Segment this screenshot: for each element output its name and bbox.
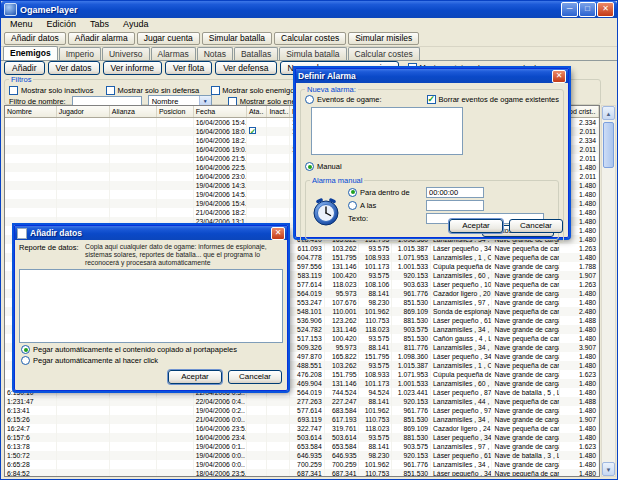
- table-row[interactable]: 6:13:4119/04/2006 0:2..577.614683.584101…: [5, 406, 599, 415]
- manual-radio[interactable]: Manual: [305, 162, 342, 171]
- filter-only-inactive[interactable]: Mostrar solo inactivos: [9, 86, 94, 95]
- column-header-ata[interactable]: Ata..: [246, 106, 266, 118]
- tab-imperio[interactable]: Imperio: [59, 47, 101, 60]
- paste-click-radio[interactable]: Pegar automáticamente al hacer click: [21, 356, 287, 365]
- app-window: OgamePlayer ─ □ ✕ MenuEdiciónTabsAyuda A…: [0, 0, 618, 480]
- table-row[interactable]: 6:15:2621/04/2006 0:0..693.119617.193110…: [5, 415, 599, 424]
- dialog-title: Definir Alarma: [298, 71, 552, 81]
- within-radio[interactable]: Para dentro de: [348, 188, 422, 197]
- add-data-dialog: Añadir datos ✕ Reporte de datos: Copia a…: [14, 225, 288, 391]
- scrollbar-thumb[interactable]: [603, 122, 614, 168]
- checkbox-checked-icon: [427, 95, 436, 104]
- vertical-scrollbar[interactable]: ▲ ▼: [601, 105, 616, 477]
- table-row[interactable]: 6:157:616/04/2006 23:4..503.614503.61493…: [5, 433, 599, 442]
- document-icon: [17, 228, 27, 239]
- toolbar-jugar-cuenta[interactable]: Jugar cuenta: [137, 32, 200, 45]
- tab-calcular-costes[interactable]: Calcular costes: [348, 47, 420, 60]
- title-bar[interactable]: OgamePlayer ─ □ ✕: [1, 1, 617, 18]
- manual-alarm-legend: Alarma manual: [310, 176, 364, 185]
- tab-universo[interactable]: Universo: [102, 47, 150, 60]
- attack-checkbox[interactable]: [249, 127, 256, 134]
- action-ver-informe[interactable]: Ver informe: [103, 61, 162, 75]
- at-time-radio[interactable]: A las: [348, 201, 422, 210]
- toolbar-simular-batalla[interactable]: Simular batalla: [202, 32, 272, 45]
- close-icon[interactable]: ✕: [271, 227, 285, 240]
- toolbar-simular-misiles[interactable]: Simular misiles: [348, 32, 419, 45]
- table-row[interactable]: 6:13:7819/04/2006 0:1..653.584653.58488.…: [5, 442, 599, 451]
- cancel-button[interactable]: Cancelar: [228, 370, 282, 384]
- close-icon[interactable]: ✕: [552, 70, 566, 83]
- dialog-buttons: Aceptar Cancelar: [449, 219, 563, 233]
- filter-only-no-defense[interactable]: Mostrar solo sin defensa: [106, 86, 200, 95]
- define-alarm-dialog: Definir Alarma ✕ Nueva alarma: Eventos d…: [295, 68, 569, 238]
- checkbox-icon: [106, 86, 115, 95]
- window-title: OgamePlayer: [20, 5, 561, 15]
- action-ver-flota[interactable]: Ver flota: [165, 61, 212, 75]
- dialog-title-bar[interactable]: Añadir datos ✕: [15, 226, 287, 240]
- minimize-icon[interactable]: ─: [561, 2, 578, 17]
- action-anadir[interactable]: Añadir: [4, 61, 45, 75]
- toolbar-calcular-costes[interactable]: Calcular costes: [274, 32, 346, 45]
- action-ver-defensa[interactable]: Ver defensa: [215, 61, 276, 75]
- close-icon[interactable]: ✕: [597, 2, 614, 17]
- report-textarea[interactable]: [19, 269, 283, 343]
- dialog-body: Nueva alarma: Eventos de ogame: Borrar e…: [296, 85, 568, 237]
- dialog-title: Añadir datos: [30, 228, 271, 238]
- report-header: Reporte de datos: Copia aquí cualquier d…: [15, 240, 287, 268]
- filters-legend: Filtros: [9, 75, 33, 84]
- toolbar-anadir-datos[interactable]: Añadir datos: [4, 32, 66, 45]
- at-time-field[interactable]: [426, 200, 484, 211]
- column-header-nombre[interactable]: Nombre: [5, 106, 56, 118]
- events-listbox[interactable]: [311, 107, 463, 155]
- toolbar: Añadir datosAñadir alarmaJugar cuentaSim…: [1, 31, 617, 47]
- table-row[interactable]: 1:50:7219/04/2006 0:0..646.935646.93598.…: [5, 451, 599, 460]
- column-header-alianza[interactable]: Alianza: [109, 106, 156, 118]
- accept-button[interactable]: Aceptar: [168, 370, 222, 384]
- menu-edicion[interactable]: Edición: [40, 18, 84, 31]
- report-description: Copia aquí cualquier dato de ogame: info…: [85, 243, 283, 267]
- maximize-icon[interactable]: □: [579, 2, 596, 17]
- cancel-button[interactable]: Cancelar: [509, 219, 563, 233]
- radio-icon: [348, 201, 357, 210]
- column-header-inact[interactable]: Inact..: [267, 106, 290, 118]
- column-header-jugador[interactable]: Jugador: [56, 106, 109, 118]
- paste-clipboard-radio[interactable]: Pegar automáticamente el contenido copia…: [21, 345, 287, 354]
- table-row[interactable]: 6:84:5218/04/2006 23:5..687.341687.34111…: [5, 469, 599, 477]
- radio-icon: [305, 162, 314, 171]
- table-row[interactable]: 1:231:4722/04/2006 0:4..277.263227.24788…: [5, 397, 599, 406]
- new-alarm-legend: Nueva alarma:: [305, 85, 358, 94]
- checkbox-icon: [9, 86, 18, 95]
- alarm-text-label: Texto:: [348, 214, 422, 223]
- tab-notas[interactable]: Notas: [197, 47, 233, 60]
- radio-icon: [21, 345, 30, 354]
- menu-ayuda[interactable]: Ayuda: [116, 18, 155, 31]
- within-time-field[interactable]: [426, 187, 484, 198]
- checkbox-icon: [211, 86, 220, 95]
- dialog-title-bar[interactable]: Definir Alarma ✕: [296, 69, 568, 83]
- ogame-events-radio[interactable]: Eventos de ogame:: [305, 95, 382, 104]
- alarm-clock-icon: [310, 197, 342, 227]
- tab-strip: EnemigosImperioUniversoAlarmasNotasBatal…: [1, 46, 617, 61]
- scroll-up-icon[interactable]: ▲: [602, 106, 615, 120]
- dialog-buttons: Aceptar Cancelar: [168, 370, 282, 384]
- radio-icon: [348, 188, 357, 197]
- tab-alarmas[interactable]: Alarmas: [151, 47, 196, 60]
- radio-icon: [305, 95, 314, 104]
- new-alarm-top-row: Eventos de ogame: Borrar eventos de ogam…: [305, 94, 559, 105]
- tab-enemigos[interactable]: Enemigos: [3, 46, 58, 60]
- toolbar-anadir-alarma[interactable]: Añadir alarma: [68, 32, 135, 45]
- table-row[interactable]: 6:65:2819/04/2006 0:0..700.259700.259101…: [5, 460, 599, 469]
- column-header-posicion[interactable]: Posicion: [156, 106, 193, 118]
- radio-icon: [21, 356, 30, 365]
- table-row[interactable]: 16:24:716/04/2006 23:5..322.747319.76111…: [5, 424, 599, 433]
- action-ver-datos[interactable]: Ver datos: [48, 61, 100, 75]
- menu-menu[interactable]: Menu: [3, 18, 40, 31]
- tab-batallas[interactable]: Batallas: [234, 47, 278, 60]
- accept-button[interactable]: Aceptar: [449, 219, 503, 233]
- tab-simula-batalla[interactable]: Simula batalla: [279, 47, 346, 60]
- clear-events-checkbox[interactable]: Borrar eventos de ogame existentes: [427, 95, 559, 104]
- column-header-fecha[interactable]: Fecha: [193, 106, 246, 118]
- app-icon: [4, 3, 17, 16]
- menu-tabs[interactable]: Tabs: [83, 18, 116, 31]
- scroll-down-icon[interactable]: ▼: [602, 462, 615, 476]
